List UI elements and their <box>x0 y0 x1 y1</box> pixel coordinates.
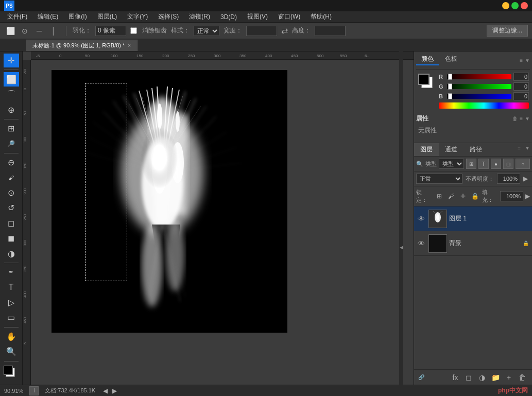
panel-header-actions[interactable]: ≡ ▼ <box>520 58 530 63</box>
footer-left[interactable]: 🔗 <box>418 374 424 380</box>
blend-mode-select[interactable]: 正常 <box>416 174 462 184</box>
opacity-input[interactable] <box>497 174 520 184</box>
panel-options-icon[interactable]: ≡ <box>520 58 523 63</box>
clone-tool-btn[interactable]: ⊙ <box>4 186 19 200</box>
adjust-edge-button[interactable]: 调整边缘... <box>487 25 528 37</box>
marquee-single-col-btn[interactable]: │ <box>47 25 60 37</box>
marquee-ellipse-btn[interactable]: ⊙ <box>19 25 31 37</box>
adjustment-button[interactable]: ◑ <box>476 372 488 383</box>
layers-tab[interactable]: 图层 <box>414 143 439 156</box>
spot-heal-tool-btn[interactable]: ⊖ <box>4 156 19 169</box>
properties-collapse-icon[interactable]: ▼ <box>525 116 530 122</box>
pen-tool-btn[interactable]: ✒ <box>4 265 19 279</box>
lock-pixels-icon[interactable]: ⊞ <box>434 191 444 201</box>
fx-button[interactable]: fx <box>450 372 461 383</box>
menu-item-r[interactable]: 滤镜(R) <box>184 11 215 22</box>
menu-item-s[interactable]: 选择(S) <box>153 11 184 22</box>
menu-item-dd[interactable]: 3D(D) <box>215 12 242 22</box>
canvas-container[interactable] <box>31 60 414 385</box>
filter-icon-3[interactable]: ♦ <box>491 159 501 169</box>
g-value[interactable] <box>513 82 529 91</box>
g-slider[interactable] <box>447 84 511 89</box>
menu-item-w[interactable]: 窗口(W) <box>273 11 305 22</box>
feather-input[interactable] <box>95 26 126 36</box>
maximize-button[interactable] <box>511 2 519 9</box>
window-controls[interactable] <box>502 2 528 9</box>
status-info-btn[interactable]: i <box>29 386 39 395</box>
b-thumb[interactable] <box>448 93 452 99</box>
filter-icon-2[interactable]: T <box>478 159 489 169</box>
document-tabs[interactable]: 未标题-1 @ 90.9% (图层 1, RGB/8) * × <box>0 39 532 51</box>
brush-tool-btn[interactable]: 🖌 <box>4 170 19 184</box>
delete-layer-button[interactable]: 🗑 <box>517 372 528 383</box>
shape-tool-btn[interactable]: ▭ <box>4 311 19 324</box>
tab-close-btn[interactable]: × <box>128 43 131 48</box>
g-thumb[interactable] <box>448 83 452 90</box>
layer-1-visibility[interactable]: 👁 <box>416 214 426 224</box>
close-button[interactable] <box>521 2 528 9</box>
path-select-tool-btn[interactable]: ▷ <box>4 296 19 309</box>
menu-item-y[interactable]: 文字(Y) <box>122 11 153 22</box>
color-panel-tabs[interactable]: 颜色 色板 <box>416 54 462 65</box>
properties-options-icon[interactable]: ≡ <box>520 116 523 122</box>
fill-input[interactable] <box>500 191 523 201</box>
menu-item-l[interactable]: 图层(L) <box>92 11 123 22</box>
crop-tool-btn[interactable]: ⊞ <box>4 122 19 135</box>
menu-item-f[interactable]: 文件(F) <box>2 11 32 22</box>
menu-item-v[interactable]: 视图(V) <box>242 11 273 22</box>
r-value[interactable] <box>513 73 529 81</box>
menu-item-i[interactable]: 图像(I) <box>63 11 92 22</box>
antialias-checkbox[interactable] <box>130 27 137 34</box>
channels-tab[interactable]: 通道 <box>439 143 464 156</box>
filter-select[interactable]: 类型 <box>439 159 464 169</box>
panel-collapse-handle[interactable]: ◀ <box>399 49 403 396</box>
color-fg-bg-swatches[interactable] <box>417 73 436 91</box>
marquee-tool-btn[interactable]: ⬜ <box>4 72 19 86</box>
filter-toggle[interactable]: ○ <box>516 159 530 169</box>
swap-wh-btn[interactable]: ⇄ <box>281 26 288 36</box>
application-menu[interactable]: 文件(F)编辑(E)图像(I)图层(L)文字(Y)选择(S)滤镜(R)3D(D)… <box>0 11 532 23</box>
height-input[interactable] <box>315 26 346 36</box>
fill-arrow[interactable]: ▶ <box>525 193 530 200</box>
layers-list[interactable]: 👁 图层 1 <box>414 206 532 369</box>
lock-position-icon[interactable]: ✛ <box>458 191 468 201</box>
menu-item-e[interactable]: 编辑(E) <box>32 11 63 22</box>
opacity-arrow[interactable]: ▶ <box>523 175 528 182</box>
folder-button[interactable]: 📁 <box>490 372 501 383</box>
status-prev-btn[interactable]: ◀ <box>101 387 109 394</box>
filter-icon-1[interactable]: ⊞ <box>466 159 476 169</box>
quick-select-tool-btn[interactable]: ⊕ <box>4 102 19 116</box>
b-value[interactable] <box>513 92 529 100</box>
marquee-single-row-btn[interactable]: ─ <box>33 25 45 37</box>
status-nav[interactable]: ◀ ▶ <box>101 387 118 394</box>
color-swatches[interactable] <box>4 366 19 381</box>
mask-button[interactable]: ◻ <box>463 372 474 383</box>
properties-header-actions[interactable]: 🗑 ≡ ▼ <box>512 116 530 122</box>
marquee-rect-btn[interactable]: ⬜ <box>4 25 16 37</box>
properties-trash-icon[interactable]: 🗑 <box>512 116 518 122</box>
link-icon[interactable]: 🔗 <box>418 374 424 380</box>
zoom-tool-btn[interactable]: 🔍 <box>4 345 19 358</box>
dodge-tool-btn[interactable]: ◑ <box>4 246 19 260</box>
paths-tab[interactable]: 路径 <box>464 143 488 156</box>
new-layer-button[interactable]: + <box>503 372 514 383</box>
lock-all-icon[interactable]: 🔒 <box>470 191 480 201</box>
menu-item-h[interactable]: 帮助(H) <box>305 11 337 22</box>
b-slider[interactable] <box>447 94 511 99</box>
lasso-tool-btn[interactable]: ⌒ <box>4 88 19 101</box>
lock-paint-icon[interactable]: 🖌 <box>446 191 456 201</box>
layer-item-1[interactable]: 👁 图层 1 <box>414 206 532 231</box>
r-thumb[interactable] <box>448 74 452 80</box>
text-tool-btn[interactable]: T <box>4 280 19 294</box>
layer-bg-visibility[interactable]: 👁 <box>416 238 426 249</box>
width-input[interactable] <box>246 26 277 36</box>
left-toolbar[interactable]: ✛ ⬜ ⌒ ⊕ ⊞ 🔎 ⊖ 🖌 ⊙ ↺ ◻ ◼ ◑ ✒ T ▷ ▭ ✋ 🔍 <box>0 51 23 385</box>
layer-item-bg[interactable]: 👁 背景 🔒 <box>414 231 532 256</box>
color-tab[interactable]: 颜色 <box>416 54 439 65</box>
filter-icon-4[interactable]: ◻ <box>503 159 513 169</box>
fg-color-swatch[interactable] <box>4 366 13 375</box>
layers-tabs[interactable]: 图层 通道 路径 ≡ ▼ <box>414 143 532 157</box>
eyedropper-tool-btn[interactable]: 🔎 <box>4 136 19 150</box>
minimize-button[interactable] <box>502 2 509 9</box>
spectrum-bar[interactable] <box>439 102 529 109</box>
